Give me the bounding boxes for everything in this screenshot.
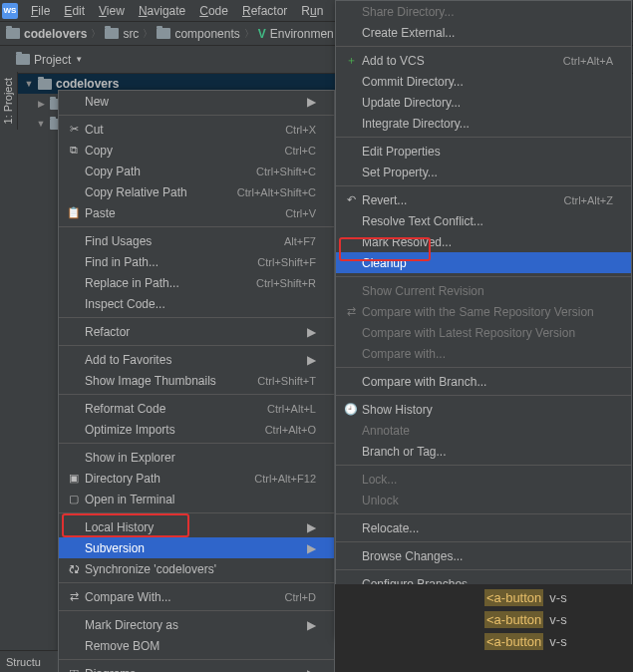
folder-icon: ▣ xyxy=(65,472,83,485)
mi-add-vcs[interactable]: ＋Add to VCSCtrl+Alt+A xyxy=(336,50,631,71)
diff-icon: ⇄ xyxy=(342,305,360,318)
mi-copy[interactable]: ⧉CopyCtrl+C xyxy=(59,140,334,161)
mi-relocate[interactable]: Relocate... xyxy=(336,517,631,538)
mi-create-ext[interactable]: Create External... xyxy=(336,22,631,43)
mi-subversion[interactable]: Subversion▶ xyxy=(59,537,334,558)
mi-new[interactable]: New▶ xyxy=(59,91,334,112)
project-dropdown[interactable]: Project ▼ xyxy=(8,51,91,69)
menu-refactor[interactable]: Refactor xyxy=(235,1,294,21)
mi-replace-in-path[interactable]: Replace in Path...Ctrl+Shift+R xyxy=(59,272,334,293)
paste-icon: 📋 xyxy=(65,206,83,219)
folder-icon xyxy=(16,54,30,65)
tool-tab-structure[interactable]: Structu xyxy=(0,650,58,672)
folder-icon xyxy=(38,79,52,90)
menu-run[interactable]: Run xyxy=(294,1,330,21)
mi-image-thumbs[interactable]: Show Image ThumbnailsCtrl+Shift+T xyxy=(59,370,334,391)
mi-compare[interactable]: ⇄Compare With...Ctrl+D xyxy=(59,586,334,607)
mi-opt-imports[interactable]: Optimize ImportsCtrl+Alt+O xyxy=(59,419,334,440)
revert-icon: ↶ xyxy=(342,193,360,206)
mi-cmp-latest[interactable]: Compare with Latest Repository Version xyxy=(336,322,631,343)
add-icon: ＋ xyxy=(342,53,360,68)
mi-show-rev[interactable]: Show Current Revision xyxy=(336,280,631,301)
crumb-root[interactable]: codelovers xyxy=(6,27,87,41)
folder-icon xyxy=(105,28,119,39)
mi-paste[interactable]: 📋PasteCtrl+V xyxy=(59,202,334,223)
mi-copy-rel-path[interactable]: Copy Relative PathCtrl+Alt+Shift+C xyxy=(59,181,334,202)
menu-file[interactable]: File xyxy=(24,1,57,21)
menu-navigate[interactable]: Navigate xyxy=(132,1,192,21)
mi-lock[interactable]: Lock... xyxy=(336,469,631,490)
mi-unlock[interactable]: Unlock xyxy=(336,490,631,510)
copy-icon: ⧉ xyxy=(65,144,83,157)
mi-set-prop[interactable]: Set Property... xyxy=(336,162,631,182)
mi-edit-prop[interactable]: Edit Properties xyxy=(336,141,631,162)
chevron-right-icon: 〉 xyxy=(143,27,153,41)
menu-view[interactable]: View xyxy=(92,1,132,21)
mi-add-favorites[interactable]: Add to Favorites▶ xyxy=(59,349,334,370)
mi-dir-path[interactable]: ▣Directory PathCtrl+Alt+F12 xyxy=(59,468,334,489)
mi-resolve[interactable]: Resolve Text Conflict... xyxy=(336,210,631,231)
tool-window-stripe: 1: Project xyxy=(0,72,18,130)
mi-cmp-repo[interactable]: ⇄Compare with the Same Repository Versio… xyxy=(336,301,631,322)
crumb-components[interactable]: components xyxy=(157,27,239,41)
submenu-subversion: Share Directory... Create External... ＋A… xyxy=(335,0,632,637)
mi-update[interactable]: Update Directory... xyxy=(336,92,631,113)
mi-share-dir[interactable]: Share Directory... xyxy=(336,1,631,22)
crumb-src[interactable]: src xyxy=(105,27,139,41)
mi-remove-bom[interactable]: Remove BOM xyxy=(59,635,334,656)
app-logo: WS xyxy=(2,3,18,19)
mi-inspect[interactable]: Inspect Code... xyxy=(59,293,334,314)
mi-cut[interactable]: ✂CutCtrl+X xyxy=(59,119,334,140)
mi-find-usages[interactable]: Find UsagesAlt+F7 xyxy=(59,230,334,251)
mi-commit[interactable]: Commit Directory... xyxy=(336,71,631,92)
diff-icon: ⇄ xyxy=(65,590,83,603)
folder-icon xyxy=(6,28,20,39)
cut-icon: ✂ xyxy=(65,123,83,136)
editor-area[interactable]: <a-buttonv-s <a-buttonv-s <a-buttonv-s xyxy=(335,584,633,672)
diagram-icon: ◫ xyxy=(65,667,83,672)
mi-local-history[interactable]: Local History▶ xyxy=(59,516,334,537)
mi-reformat[interactable]: Reformat CodeCtrl+Alt+L xyxy=(59,398,334,419)
chevron-right-icon: 〉 xyxy=(91,27,101,41)
sync-icon: 🗘 xyxy=(65,563,83,575)
mi-find-in-path[interactable]: Find in Path...Ctrl+Shift+F xyxy=(59,251,334,272)
mi-annotate[interactable]: Annotate xyxy=(336,420,631,441)
mi-sync[interactable]: 🗘Synchronize 'codelovers' xyxy=(59,558,334,579)
chevron-right-icon: 〉 xyxy=(244,27,254,41)
menu-code[interactable]: Code xyxy=(192,1,235,21)
mi-terminal[interactable]: ▢Open in Terminal xyxy=(59,489,334,509)
mi-integrate[interactable]: Integrate Directory... xyxy=(336,113,631,134)
crumb-file[interactable]: VEnvironmen xyxy=(258,27,334,41)
mi-browse[interactable]: Browse Changes... xyxy=(336,545,631,566)
mi-cleanup[interactable]: Cleanup xyxy=(336,252,631,273)
context-menu: New▶ ✂CutCtrl+X ⧉CopyCtrl+C Copy PathCtr… xyxy=(58,90,335,672)
mi-mark-resolved[interactable]: Mark Resolved... xyxy=(336,231,631,252)
menu-edit[interactable]: Edit xyxy=(57,1,92,21)
mi-revert[interactable]: ↶Revert...Ctrl+Alt+Z xyxy=(336,189,631,210)
mi-cmp-branch[interactable]: Compare with Branch... xyxy=(336,371,631,392)
clock-icon: 🕘 xyxy=(342,403,360,416)
mi-history[interactable]: 🕘Show History xyxy=(336,399,631,420)
mi-copy-path[interactable]: Copy PathCtrl+Shift+C xyxy=(59,161,334,181)
mi-branch-tag[interactable]: Branch or Tag... xyxy=(336,441,631,462)
terminal-icon: ▢ xyxy=(65,493,83,505)
tool-tab-project[interactable]: 1: Project xyxy=(0,72,16,130)
mi-mark-dir[interactable]: Mark Directory as▶ xyxy=(59,614,334,635)
mi-cmp-with[interactable]: Compare with... xyxy=(336,343,631,364)
folder-icon xyxy=(157,28,170,39)
mi-refactor[interactable]: Refactor▶ xyxy=(59,321,334,342)
mi-diagrams[interactable]: ◫Diagrams▶ xyxy=(59,663,334,672)
mi-show-explorer[interactable]: Show in Explorer xyxy=(59,447,334,468)
vue-icon: V xyxy=(258,27,266,41)
